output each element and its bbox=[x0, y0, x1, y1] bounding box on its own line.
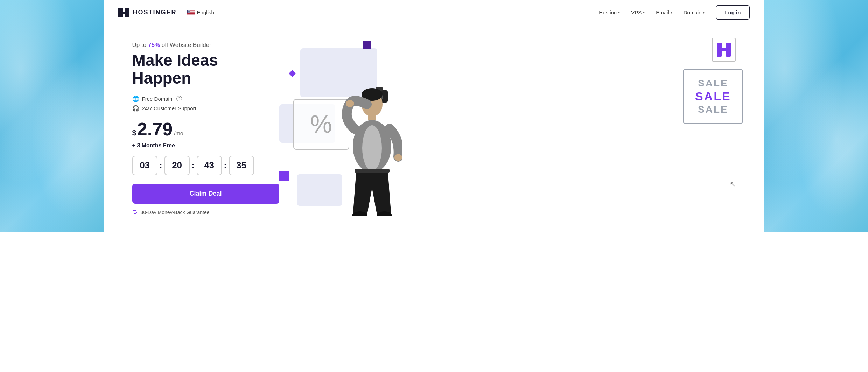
brand-name: HOSTINGER bbox=[133, 9, 177, 16]
nav-vps[interactable]: VPS ▾ bbox=[627, 7, 649, 18]
svg-point-30 bbox=[188, 12, 188, 12]
svg-point-13 bbox=[189, 10, 189, 10]
svg-point-48 bbox=[394, 154, 402, 161]
svg-point-28 bbox=[189, 11, 190, 12]
svg-point-11 bbox=[188, 10, 188, 10]
sale-text-1: SALE bbox=[698, 78, 728, 89]
svg-point-37 bbox=[189, 12, 190, 13]
time-separator-3: : bbox=[223, 161, 227, 170]
price-dollar: $ bbox=[132, 128, 136, 138]
main-content: HOSTINGER bbox=[104, 0, 764, 232]
sale-text-3: SALE bbox=[698, 104, 728, 115]
svg-point-33 bbox=[190, 12, 190, 12]
bg-right bbox=[764, 0, 868, 232]
feature-support-label: 24/7 Customer Support bbox=[142, 105, 196, 111]
svg-point-27 bbox=[189, 11, 189, 12]
hero-image-area: % bbox=[279, 41, 743, 216]
svg-point-29 bbox=[188, 12, 188, 12]
chevron-hosting: ▾ bbox=[618, 10, 620, 14]
feature-support: 🎧 24/7 Customer Support bbox=[132, 105, 279, 112]
svg-point-19 bbox=[189, 10, 190, 11]
countdown-seconds: 43 bbox=[197, 156, 222, 175]
headset-icon: 🎧 bbox=[132, 105, 139, 112]
person-svg bbox=[321, 69, 402, 216]
question-icon[interactable]: ? bbox=[176, 96, 182, 101]
svg-point-16 bbox=[188, 10, 188, 11]
time-separator-2: : bbox=[191, 161, 195, 170]
svg-point-36 bbox=[189, 12, 189, 13]
svg-point-46 bbox=[362, 125, 382, 171]
svg-point-47 bbox=[346, 100, 354, 107]
svg-point-20 bbox=[188, 11, 188, 11]
countdown-timer: 03 : 20 : 43 : 35 bbox=[132, 156, 279, 175]
purple-dot-3 bbox=[279, 171, 289, 181]
time-separator-1: : bbox=[159, 161, 163, 170]
countdown-hours: 03 bbox=[132, 156, 158, 175]
chevron-email: ▾ bbox=[671, 10, 672, 14]
svg-point-32 bbox=[189, 12, 189, 12]
hero-content-left: Up to 75% off Website Builder Make Ideas… bbox=[132, 42, 279, 215]
price-display: $ 2.79 /mo bbox=[132, 120, 279, 138]
claim-deal-button[interactable]: Claim Deal bbox=[132, 184, 279, 204]
svg-point-35 bbox=[188, 12, 189, 13]
svg-point-15 bbox=[190, 10, 190, 10]
hero-section: Up to 75% off Website Builder Make Ideas… bbox=[104, 25, 764, 232]
svg-rect-54 bbox=[720, 48, 728, 51]
bg-left bbox=[0, 0, 104, 232]
bg-water-left bbox=[0, 0, 104, 232]
guarantee-section: 🛡 30-Day Money-Back Guarantee bbox=[132, 209, 279, 216]
bg-water-right bbox=[764, 0, 868, 232]
language-selector[interactable]: English bbox=[187, 9, 214, 15]
svg-point-26 bbox=[188, 11, 189, 12]
guarantee-text: 30-Day Money-Back Guarantee bbox=[141, 210, 210, 215]
svg-point-23 bbox=[189, 11, 189, 11]
free-months: + 3 Months Free bbox=[132, 142, 279, 149]
countdown-subseconds: 35 bbox=[229, 156, 254, 175]
subtitle-post: off Website Builder bbox=[160, 42, 211, 48]
person-image bbox=[321, 69, 402, 216]
svg-point-34 bbox=[188, 12, 188, 13]
svg-point-17 bbox=[188, 10, 189, 11]
svg-rect-44 bbox=[368, 114, 376, 120]
nav-domain[interactable]: Domain ▾ bbox=[679, 7, 709, 18]
feature-list: 🌐 Free Domain ? 🎧 24/7 Customer Support bbox=[132, 96, 279, 112]
subtitle-pre: Up to bbox=[132, 42, 148, 48]
svg-point-14 bbox=[189, 10, 189, 10]
purple-dot-2 bbox=[289, 70, 296, 77]
hero-visual-right: % bbox=[279, 41, 743, 216]
navbar: HOSTINGER bbox=[104, 0, 764, 25]
price-value: 2.79 bbox=[137, 120, 173, 138]
chevron-domain: ▾ bbox=[703, 10, 705, 14]
purple-dot-1 bbox=[363, 41, 371, 49]
chevron-vps: ▾ bbox=[643, 10, 645, 14]
language-label: English bbox=[197, 9, 214, 15]
price-period: /mo bbox=[174, 131, 183, 137]
svg-rect-51 bbox=[355, 169, 390, 173]
nav-email[interactable]: Email ▾ bbox=[652, 7, 677, 18]
logo-area[interactable]: HOSTINGER bbox=[118, 8, 177, 17]
svg-rect-8 bbox=[187, 14, 195, 14]
h-logo-decoration bbox=[716, 42, 732, 57]
svg-point-18 bbox=[189, 10, 189, 11]
sale-text-2: SALE bbox=[695, 90, 731, 103]
svg-rect-2 bbox=[121, 12, 126, 14]
cursor-icon: ↖ bbox=[730, 180, 736, 188]
svg-point-12 bbox=[188, 10, 188, 10]
svg-rect-7 bbox=[187, 13, 195, 13]
svg-point-21 bbox=[188, 11, 188, 11]
logo-box-decoration bbox=[712, 38, 736, 62]
logo-icon bbox=[118, 8, 130, 17]
svg-rect-9 bbox=[187, 14, 195, 15]
flag-icon bbox=[187, 10, 195, 15]
nav-hosting[interactable]: Hosting ▾ bbox=[595, 7, 624, 18]
feature-domain-label: Free Domain bbox=[142, 96, 173, 102]
globe-icon: 🌐 bbox=[132, 96, 139, 102]
feature-domain: 🌐 Free Domain ? bbox=[132, 96, 279, 102]
svg-point-24 bbox=[190, 11, 190, 11]
svg-point-25 bbox=[188, 11, 188, 12]
login-button[interactable]: Log in bbox=[716, 5, 750, 20]
svg-point-31 bbox=[189, 12, 189, 12]
svg-point-22 bbox=[189, 11, 189, 11]
price-section: $ 2.79 /mo bbox=[132, 120, 279, 138]
sale-box: SALE SALE SALE bbox=[683, 69, 743, 124]
